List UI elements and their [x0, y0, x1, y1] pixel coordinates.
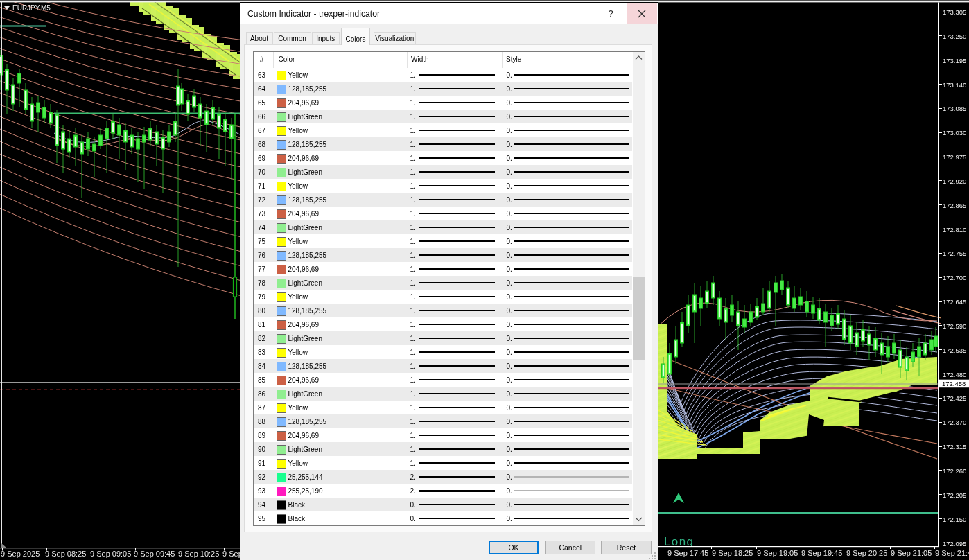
- svg-text:172.810: 172.810: [943, 226, 966, 234]
- svg-text:9 Sep 09:05: 9 Sep 09:05: [90, 550, 131, 558]
- svg-text:9 Sep 17:45: 9 Sep 17:45: [667, 549, 708, 557]
- svg-text:172.865: 172.865: [943, 202, 966, 209]
- svg-text:172.975: 172.975: [943, 153, 966, 161]
- svg-text:EURJPY,M5: EURJPY,M5: [12, 4, 51, 12]
- svg-text:9 Sep 1: 9 Sep 1: [222, 550, 240, 558]
- svg-text:173.305: 173.305: [943, 8, 966, 16]
- svg-text:9 Sep 19:45: 9 Sep 19:45: [801, 549, 842, 557]
- svg-text:9 Sep 18:25: 9 Sep 18:25: [712, 549, 753, 557]
- svg-text:172.590: 172.590: [943, 322, 966, 330]
- svg-text:9 Sep 20:25: 9 Sep 20:25: [846, 549, 887, 557]
- svg-text:172.095: 172.095: [943, 540, 966, 548]
- svg-text:172.150: 172.150: [943, 516, 966, 523]
- svg-text:172.480: 172.480: [943, 371, 966, 378]
- svg-text:172.205: 172.205: [943, 491, 966, 499]
- svg-text:172.425: 172.425: [943, 394, 966, 402]
- svg-text:172.920: 172.920: [943, 177, 966, 185]
- svg-text:172.755: 172.755: [943, 250, 966, 257]
- svg-text:173.250: 173.250: [943, 33, 966, 40]
- svg-text:172.645: 172.645: [943, 298, 966, 306]
- svg-text:9 Sep 21:45: 9 Sep 21:45: [935, 549, 969, 557]
- svg-text:172.315: 172.315: [943, 443, 966, 450]
- svg-text:173.085: 173.085: [943, 105, 966, 112]
- svg-text:173.140: 173.140: [943, 81, 966, 89]
- svg-text:172.535: 172.535: [943, 347, 966, 354]
- svg-text:9 Sep 09:45: 9 Sep 09:45: [134, 550, 175, 558]
- svg-text:172.700: 172.700: [943, 274, 966, 281]
- svg-text:173.030: 173.030: [943, 129, 966, 137]
- svg-text:9 Sep 10:25: 9 Sep 10:25: [178, 550, 219, 558]
- svg-text:9 Sep 08:25: 9 Sep 08:25: [45, 550, 86, 558]
- svg-text:9 Sep 2025: 9 Sep 2025: [1, 550, 40, 558]
- svg-text:9 Sep 21:05: 9 Sep 21:05: [891, 549, 932, 557]
- svg-text:172.260: 172.260: [943, 467, 966, 475]
- svg-text:172.458: 172.458: [942, 380, 966, 387]
- svg-text:9 Sep 19:05: 9 Sep 19:05: [757, 549, 798, 557]
- svg-text:173.195: 173.195: [943, 57, 966, 64]
- svg-text:172.370: 172.370: [943, 419, 966, 426]
